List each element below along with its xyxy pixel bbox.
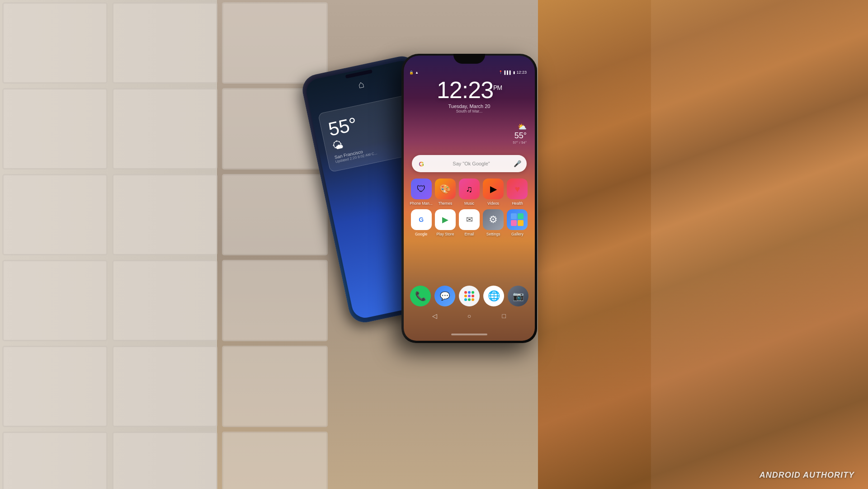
videos-label: Videos — [487, 201, 499, 206]
app-row-1: 🛡 Phone Man... 🎨 Themes ♫ — [409, 179, 529, 206]
front-phone: 🔒 ▲ 📍 ▌▌▌ ▮ 12:23 12:23PM Tuesday, March… — [401, 54, 537, 343]
gallery-label: Gallery — [511, 232, 524, 236]
front-phone-notch — [453, 54, 485, 64]
play-store-icon[interactable]: ▶ — [435, 209, 456, 230]
lock-icon: 🔒 — [409, 71, 414, 75]
music-icon[interactable]: ♫ — [459, 179, 480, 199]
app-music[interactable]: ♫ Music — [457, 179, 481, 206]
app-phone-manager[interactable]: 🛡 Phone Man... — [409, 179, 433, 206]
status-time: 12:23 — [516, 70, 527, 75]
status-right: 📍 ▌▌▌ ▮ 12:23 — [499, 70, 527, 75]
app-themes[interactable]: 🎨 Themes — [433, 179, 457, 206]
weather-icon: ⛅ — [518, 122, 527, 131]
phone-manager-icon[interactable]: 🛡 — [411, 179, 432, 199]
app-row-2: G Google ▶ Play Store ✉ E — [409, 209, 529, 236]
email-icon[interactable]: ✉ — [459, 209, 480, 230]
wifi-icon: ▲ — [415, 71, 419, 75]
status-bar: 🔒 ▲ 📍 ▌▌▌ ▮ 12:23 — [404, 67, 535, 77]
dock-phone-icon[interactable]: 📞 — [410, 286, 431, 306]
clock-location: South of Mar... — [404, 109, 535, 113]
clock-date: Tuesday, March 20 — [404, 103, 535, 109]
themes-icon[interactable]: 🎨 — [435, 179, 456, 199]
dock-apps-icon[interactable] — [459, 286, 480, 306]
dock-phone[interactable]: 📞 — [409, 286, 432, 308]
gallery-icon[interactable] — [507, 209, 528, 230]
google-g-logo: G — [417, 160, 425, 168]
app-play-store[interactable]: ▶ Play Store — [433, 209, 457, 236]
home-nav-btn[interactable]: ○ — [462, 309, 476, 323]
search-text: Say "Ok Google" — [429, 161, 514, 166]
app-email[interactable]: ✉ Email — [457, 209, 481, 236]
app-videos[interactable]: ▶ Videos — [481, 179, 505, 206]
weather-range: 57° / 54° — [513, 141, 527, 145]
back-nav-btn[interactable]: ◁ — [428, 309, 441, 323]
dock-messages[interactable]: 💬 — [433, 286, 457, 308]
app-gallery[interactable]: Gallery — [505, 209, 529, 236]
bottom-nav: ◁ ○ □ — [404, 309, 535, 323]
status-left-icons: 🔒 ▲ — [409, 71, 419, 75]
location-icon: 📍 — [499, 71, 503, 74]
app-health[interactable]: ♥ Health — [505, 179, 529, 206]
phone-manager-label: Phone Man... — [410, 201, 433, 206]
ampm-display: PM — [493, 84, 502, 91]
weather-widget: ⛅ 55° 57° / 54° — [513, 122, 527, 145]
watermark: ANDROID AUTHORITY — [760, 470, 854, 480]
google-label: Google — [415, 232, 427, 236]
phones-scene: ⌂ 55° 🌤 San Francisco Updated 2:20 8:02 … — [234, 49, 618, 456]
time-display: 12:23 — [437, 77, 493, 103]
videos-icon[interactable]: ▶ — [483, 179, 504, 199]
battery-icon: ▮ — [513, 71, 515, 75]
front-phone-screen: 🔒 ▲ 📍 ▌▌▌ ▮ 12:23 12:23PM Tuesday, March… — [404, 56, 535, 341]
search-bar[interactable]: G Say "Ok Google" 🎤 — [412, 155, 527, 172]
mic-icon[interactable]: 🎤 — [514, 160, 521, 167]
clock-area: 12:23PM Tuesday, March 20 South of Mar..… — [404, 78, 535, 113]
health-icon[interactable]: ♥ — [507, 179, 528, 199]
health-label: Health — [512, 201, 523, 206]
clock-time: 12:23PM — [404, 78, 535, 102]
phone-bottom-bar — [451, 334, 487, 335]
play-store-label: Play Store — [436, 232, 454, 236]
dock-apps[interactable] — [458, 286, 481, 308]
dock-camera[interactable]: 📷 — [506, 286, 530, 308]
app-google[interactable]: G Google — [409, 209, 433, 236]
themes-label: Themes — [438, 201, 452, 206]
dock-row: 📞 💬 — [408, 286, 530, 308]
settings-icon[interactable]: ⚙ — [483, 209, 504, 230]
email-label: Email — [464, 232, 474, 236]
dock-chrome[interactable]: 🌐 — [482, 286, 505, 308]
settings-label: Settings — [486, 232, 500, 236]
google-icon[interactable]: G — [411, 209, 432, 230]
app-grid-row1: 🛡 Phone Man... 🎨 Themes ♫ — [409, 179, 529, 240]
app-settings[interactable]: ⚙ Settings — [481, 209, 505, 236]
weather-temp: 55° — [514, 131, 527, 141]
recent-nav-btn[interactable]: □ — [497, 309, 511, 323]
dock-messages-icon[interactable]: 💬 — [434, 286, 455, 306]
dock-camera-icon[interactable]: 📷 — [508, 286, 528, 306]
dock-chrome-icon[interactable]: 🌐 — [483, 286, 504, 306]
music-label: Music — [464, 201, 474, 206]
signal-icon: ▌▌▌ — [504, 71, 512, 75]
